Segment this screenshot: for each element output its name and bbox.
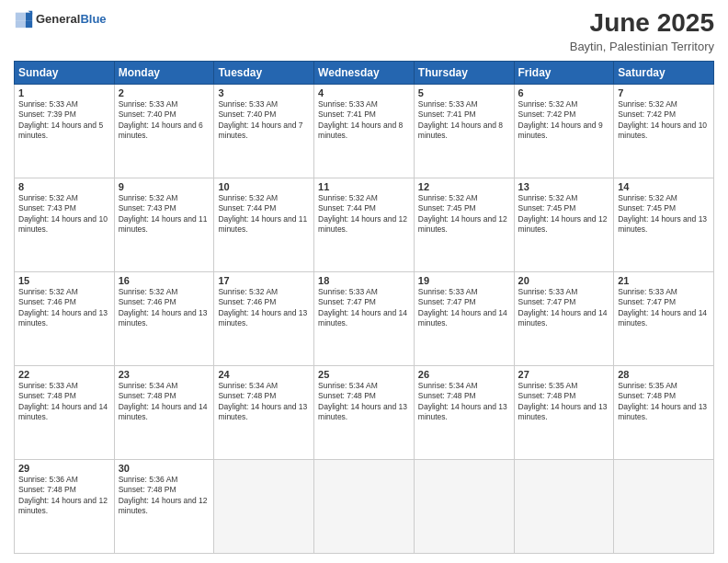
col-wednesday: Wednesday bbox=[314, 61, 415, 84]
day-number: 29 bbox=[18, 463, 110, 474]
table-row: 24 Sunrise: 5:34 AM Sunset: 7:48 PM Dayl… bbox=[214, 365, 314, 459]
table-row: 15 Sunrise: 5:32 AM Sunset: 7:46 PM Dayl… bbox=[15, 271, 115, 365]
day-info: Sunrise: 5:33 AM Sunset: 7:48 PM Dayligh… bbox=[18, 381, 110, 423]
day-info: Sunrise: 5:34 AM Sunset: 7:48 PM Dayligh… bbox=[218, 381, 310, 423]
table-row: 4 Sunrise: 5:33 AM Sunset: 7:41 PM Dayli… bbox=[314, 84, 415, 178]
day-number: 27 bbox=[518, 369, 610, 380]
title-block: June 2025 Baytin, Palestinian Territory bbox=[570, 9, 714, 53]
day-info: Sunrise: 5:33 AM Sunset: 7:47 PM Dayligh… bbox=[618, 287, 710, 329]
day-info: Sunrise: 5:33 AM Sunset: 7:39 PM Dayligh… bbox=[18, 99, 110, 142]
day-number: 24 bbox=[218, 369, 310, 380]
col-sunday: Sunday bbox=[15, 61, 115, 84]
table-row: 19 Sunrise: 5:33 AM Sunset: 7:47 PM Dayl… bbox=[414, 271, 514, 365]
table-row bbox=[614, 459, 714, 553]
logo: GeneralBlue bbox=[14, 9, 107, 29]
day-number: 10 bbox=[218, 181, 310, 192]
col-tuesday: Tuesday bbox=[214, 61, 314, 84]
table-row: 29 Sunrise: 5:36 AM Sunset: 7:48 PM Dayl… bbox=[15, 459, 115, 553]
day-info: Sunrise: 5:33 AM Sunset: 7:47 PM Dayligh… bbox=[518, 287, 610, 329]
day-number: 21 bbox=[618, 275, 710, 286]
table-row: 17 Sunrise: 5:32 AM Sunset: 7:46 PM Dayl… bbox=[214, 271, 314, 365]
table-row: 12 Sunrise: 5:32 AM Sunset: 7:45 PM Dayl… bbox=[414, 178, 514, 271]
day-number: 13 bbox=[518, 181, 610, 192]
table-row: 3 Sunrise: 5:33 AM Sunset: 7:40 PM Dayli… bbox=[214, 84, 314, 178]
table-row: 14 Sunrise: 5:32 AM Sunset: 7:45 PM Dayl… bbox=[614, 178, 714, 271]
day-info: Sunrise: 5:32 AM Sunset: 7:44 PM Dayligh… bbox=[318, 193, 410, 236]
day-number: 1 bbox=[18, 87, 110, 98]
svg-marker-3 bbox=[26, 21, 32, 28]
day-number: 8 bbox=[18, 181, 110, 192]
table-row: 27 Sunrise: 5:35 AM Sunset: 7:48 PM Dayl… bbox=[514, 365, 614, 459]
day-info: Sunrise: 5:35 AM Sunset: 7:48 PM Dayligh… bbox=[518, 381, 610, 423]
day-number: 2 bbox=[119, 87, 210, 98]
calendar-header: GeneralBlue June 2025 Baytin, Palestinia… bbox=[14, 9, 714, 53]
table-row: 2 Sunrise: 5:33 AM Sunset: 7:40 PM Dayli… bbox=[114, 84, 214, 178]
table-row: 25 Sunrise: 5:34 AM Sunset: 7:48 PM Dayl… bbox=[314, 365, 415, 459]
table-row: 28 Sunrise: 5:35 AM Sunset: 7:48 PM Dayl… bbox=[614, 365, 714, 459]
day-info: Sunrise: 5:34 AM Sunset: 7:48 PM Dayligh… bbox=[318, 381, 410, 423]
day-info: Sunrise: 5:32 AM Sunset: 7:42 PM Dayligh… bbox=[618, 99, 710, 142]
table-row bbox=[414, 459, 514, 553]
table-row: 11 Sunrise: 5:32 AM Sunset: 7:44 PM Dayl… bbox=[314, 178, 415, 271]
calendar-row: 22 Sunrise: 5:33 AM Sunset: 7:48 PM Dayl… bbox=[15, 365, 714, 459]
table-row: 10 Sunrise: 5:32 AM Sunset: 7:44 PM Dayl… bbox=[214, 178, 314, 271]
svg-marker-0 bbox=[26, 13, 32, 21]
col-saturday: Saturday bbox=[614, 61, 714, 84]
table-row bbox=[214, 459, 314, 553]
day-number: 20 bbox=[518, 275, 610, 286]
table-row: 9 Sunrise: 5:32 AM Sunset: 7:43 PM Dayli… bbox=[114, 178, 214, 271]
day-info: Sunrise: 5:32 AM Sunset: 7:45 PM Dayligh… bbox=[518, 193, 610, 236]
calendar-subtitle: Baytin, Palestinian Territory bbox=[570, 40, 714, 53]
table-row: 13 Sunrise: 5:32 AM Sunset: 7:45 PM Dayl… bbox=[514, 178, 614, 271]
day-info: Sunrise: 5:32 AM Sunset: 7:44 PM Dayligh… bbox=[218, 193, 310, 236]
col-monday: Monday bbox=[114, 61, 214, 84]
calendar-row: 15 Sunrise: 5:32 AM Sunset: 7:46 PM Dayl… bbox=[15, 271, 714, 365]
day-number: 15 bbox=[18, 275, 110, 286]
table-row: 5 Sunrise: 5:33 AM Sunset: 7:41 PM Dayli… bbox=[414, 84, 514, 178]
day-number: 16 bbox=[119, 275, 210, 286]
day-number: 4 bbox=[318, 87, 410, 98]
svg-marker-2 bbox=[16, 21, 26, 28]
logo-icon bbox=[14, 9, 34, 29]
table-row bbox=[314, 459, 415, 553]
day-number: 19 bbox=[418, 275, 510, 286]
table-row: 1 Sunrise: 5:33 AM Sunset: 7:39 PM Dayli… bbox=[15, 84, 115, 178]
day-info: Sunrise: 5:36 AM Sunset: 7:48 PM Dayligh… bbox=[119, 475, 210, 517]
calendar-row: 8 Sunrise: 5:32 AM Sunset: 7:43 PM Dayli… bbox=[15, 178, 714, 271]
day-number: 6 bbox=[518, 87, 610, 98]
table-row: 22 Sunrise: 5:33 AM Sunset: 7:48 PM Dayl… bbox=[15, 365, 115, 459]
day-number: 26 bbox=[418, 369, 510, 380]
day-info: Sunrise: 5:32 AM Sunset: 7:46 PM Dayligh… bbox=[119, 287, 210, 329]
calendar-title: June 2025 bbox=[570, 9, 714, 38]
table-row: 21 Sunrise: 5:33 AM Sunset: 7:47 PM Dayl… bbox=[614, 271, 714, 365]
table-row: 8 Sunrise: 5:32 AM Sunset: 7:43 PM Dayli… bbox=[15, 178, 115, 271]
day-number: 25 bbox=[318, 369, 410, 380]
day-info: Sunrise: 5:34 AM Sunset: 7:48 PM Dayligh… bbox=[119, 381, 210, 423]
calendar-page: GeneralBlue June 2025 Baytin, Palestinia… bbox=[0, 0, 728, 563]
day-info: Sunrise: 5:32 AM Sunset: 7:45 PM Dayligh… bbox=[418, 193, 510, 236]
day-info: Sunrise: 5:32 AM Sunset: 7:43 PM Dayligh… bbox=[119, 193, 210, 236]
day-number: 18 bbox=[318, 275, 410, 286]
day-number: 28 bbox=[618, 369, 710, 380]
table-row: 20 Sunrise: 5:33 AM Sunset: 7:47 PM Dayl… bbox=[514, 271, 614, 365]
day-number: 5 bbox=[418, 87, 510, 98]
table-row: 6 Sunrise: 5:32 AM Sunset: 7:42 PM Dayli… bbox=[514, 84, 614, 178]
day-info: Sunrise: 5:32 AM Sunset: 7:42 PM Dayligh… bbox=[518, 99, 610, 142]
table-row: 30 Sunrise: 5:36 AM Sunset: 7:48 PM Dayl… bbox=[114, 459, 214, 553]
day-number: 30 bbox=[119, 463, 210, 474]
day-number: 9 bbox=[119, 181, 210, 192]
table-row: 7 Sunrise: 5:32 AM Sunset: 7:42 PM Dayli… bbox=[614, 84, 714, 178]
day-info: Sunrise: 5:33 AM Sunset: 7:40 PM Dayligh… bbox=[218, 99, 310, 142]
header-row: Sunday Monday Tuesday Wednesday Thursday… bbox=[15, 61, 714, 84]
day-info: Sunrise: 5:34 AM Sunset: 7:48 PM Dayligh… bbox=[418, 381, 510, 423]
table-row: 23 Sunrise: 5:34 AM Sunset: 7:48 PM Dayl… bbox=[114, 365, 214, 459]
day-info: Sunrise: 5:35 AM Sunset: 7:48 PM Dayligh… bbox=[618, 381, 710, 423]
day-info: Sunrise: 5:32 AM Sunset: 7:43 PM Dayligh… bbox=[18, 193, 110, 236]
day-number: 7 bbox=[618, 87, 710, 98]
table-row: 18 Sunrise: 5:33 AM Sunset: 7:47 PM Dayl… bbox=[314, 271, 415, 365]
day-info: Sunrise: 5:32 AM Sunset: 7:46 PM Dayligh… bbox=[18, 287, 110, 329]
table-row: 16 Sunrise: 5:32 AM Sunset: 7:46 PM Dayl… bbox=[114, 271, 214, 365]
day-info: Sunrise: 5:32 AM Sunset: 7:46 PM Dayligh… bbox=[218, 287, 310, 329]
day-number: 14 bbox=[618, 181, 710, 192]
day-number: 22 bbox=[18, 369, 110, 380]
